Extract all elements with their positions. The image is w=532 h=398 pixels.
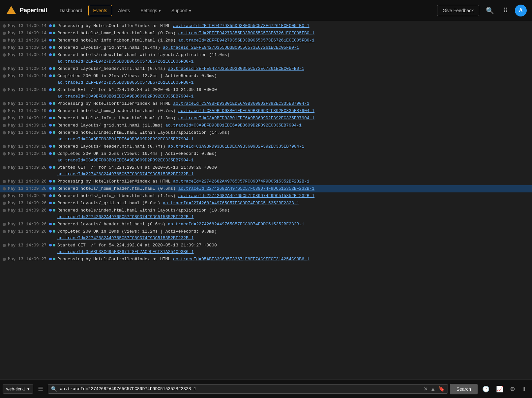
log-dot bbox=[49, 145, 52, 148]
log-dot bbox=[53, 258, 55, 260]
log-content: Processing by HotelsController#index as … bbox=[57, 100, 529, 107]
chart-icon: 📈 bbox=[496, 385, 503, 393]
nav-dashboard[interactable]: Dashboard bbox=[55, 5, 87, 16]
clear-search-button[interactable]: ✕ bbox=[424, 386, 428, 392]
log-line[interactable]: May 13 14:09:27Processing by HotelsContr… bbox=[0, 256, 532, 263]
log-content: Started GET "/" for 54.224.192.84 at 202… bbox=[57, 87, 529, 100]
chart-button[interactable]: 📈 bbox=[493, 384, 506, 395]
log-dot bbox=[49, 24, 52, 27]
log-dot bbox=[49, 117, 52, 119]
trace-id-link[interactable]: ao.traceId=22742682A49765C57FC89D74F9DC5… bbox=[57, 236, 193, 241]
nav-events[interactable]: Events bbox=[88, 5, 112, 16]
trace-id-link[interactable]: ao.traceId=2EFFE9427D355DD3B0055C573E672… bbox=[178, 38, 314, 43]
bookmark-button[interactable]: 🔖 bbox=[438, 386, 445, 392]
time-button[interactable]: 🕐 bbox=[480, 384, 492, 395]
log-line[interactable]: May 13 14:09:26Started GET "/" for 54.22… bbox=[0, 164, 532, 178]
log-line[interactable]: May 13 14:09:26Rendered hotels/_info_rib… bbox=[0, 192, 532, 200]
apps-grid-button[interactable]: ⠿ bbox=[501, 5, 511, 16]
log-dot bbox=[49, 166, 52, 169]
log-line[interactable]: May 13 14:09:19Started GET "/" for 54.22… bbox=[0, 86, 532, 100]
log-line[interactable]: May 13 14:09:26Rendered hotels/index.htm… bbox=[0, 207, 532, 221]
avatar[interactable]: A bbox=[515, 5, 527, 16]
trace-id-link[interactable]: ao.traceId=22742682A49765C57FC89D74F9DC5… bbox=[178, 193, 314, 198]
log-dot bbox=[53, 32, 55, 34]
log-line[interactable]: May 13 14:09:19Rendered hotels/_home_hea… bbox=[0, 107, 532, 115]
trace-id-link[interactable]: ao.traceId=22742682A49765C57FC89D74F9DC5… bbox=[168, 222, 304, 227]
trace-id-link[interactable]: ao.traceId=22742682A49765C57FC89D74F9DC5… bbox=[178, 186, 314, 191]
log-dots-group bbox=[49, 66, 55, 70]
log-timestamp: May 13 14:09:14 bbox=[8, 23, 46, 29]
trace-id-link[interactable]: ao.traceId=C3A9BFD93B01EDE6A9B3609D2F392… bbox=[57, 137, 193, 142]
trace-id-link[interactable]: ao.traceId=C3A9BFD93B01EDE6A9B3609D2F392… bbox=[57, 94, 193, 99]
log-status-dot bbox=[3, 88, 6, 92]
log-line[interactable]: May 13 14:09:14Processing by HotelsContr… bbox=[0, 22, 532, 30]
server-selector[interactable]: web-tier-1 ▾ bbox=[3, 384, 33, 394]
search-button[interactable]: 🔍 bbox=[483, 5, 497, 16]
trace-id-link[interactable]: ao.traceId=C3A9BFD93B01EDE6A9B3609D2F392… bbox=[178, 108, 314, 113]
nav-settings[interactable]: Settings ▾ bbox=[136, 5, 165, 16]
log-status-dot bbox=[3, 74, 6, 78]
log-line[interactable]: May 13 14:09:14Completed 200 OK in 21ms … bbox=[0, 72, 532, 86]
trace-id-link[interactable]: ao.traceId=C3A9BFD93B01EDE6A9B3609D2F392… bbox=[173, 101, 309, 106]
log-dot bbox=[53, 194, 55, 197]
log-line[interactable]: May 13 14:09:19Completed 200 OK in 25ms … bbox=[0, 150, 532, 164]
log-dot bbox=[49, 152, 52, 155]
trace-id-link[interactable]: ao.traceId=2EFFE9427D355DD3B0055C573E672… bbox=[57, 59, 193, 64]
trace-id-link[interactable]: ao.traceId=2EFFE9427D355DD3B0055C573E672… bbox=[168, 66, 304, 71]
menu-button[interactable]: ☰ bbox=[35, 384, 46, 395]
log-line[interactable]: May 13 14:09:14Rendered layouts/_grid.ht… bbox=[0, 44, 532, 51]
log-line[interactable]: May 13 14:09:19Rendered layouts/_header.… bbox=[0, 143, 532, 150]
log-line[interactable]: May 13 14:09:19Rendered layouts/_grid.ht… bbox=[0, 122, 532, 129]
log-timestamp: May 13 14:09:19 bbox=[8, 100, 46, 107]
log-area: May 13 14:09:14Processing by HotelsContr… bbox=[0, 21, 532, 380]
log-line[interactable]: May 13 14:09:26Completed 200 OK in 20ms … bbox=[0, 228, 532, 242]
nav-support[interactable]: Support ▾ bbox=[167, 5, 196, 16]
trace-id-link[interactable]: ao.traceId=2EFFE9427D355DD3B0055C573E672… bbox=[178, 31, 314, 36]
log-line[interactable]: May 13 14:09:14Rendered hotels/index.htm… bbox=[0, 51, 532, 65]
settings-chevron-icon: ▾ bbox=[159, 8, 161, 13]
log-timestamp: May 13 14:09:19 bbox=[8, 129, 46, 136]
log-dot bbox=[53, 124, 55, 127]
trace-id-link[interactable]: ao.traceId=2EFFE9427D355DD3B0055C573E672… bbox=[163, 45, 299, 50]
log-dot bbox=[53, 131, 55, 134]
log-line[interactable]: May 13 14:09:14Rendered layouts/_header.… bbox=[0, 65, 532, 72]
search-input[interactable] bbox=[60, 384, 421, 393]
trace-id-link[interactable]: ao.traceId=C3A9BFD93B01EDE6A9B3609D2F392… bbox=[57, 158, 193, 163]
prev-search-button[interactable]: ▲ bbox=[430, 386, 436, 392]
log-line[interactable]: May 13 14:09:14Rendered hotels/_info_rib… bbox=[0, 37, 532, 44]
log-line[interactable]: May 13 14:09:26Processing by HotelsContr… bbox=[0, 178, 532, 185]
settings-cog-button[interactable]: ⚙ bbox=[507, 384, 518, 395]
trace-id-link[interactable]: ao.traceId=22742682A49765C57FC89D74F9DC5… bbox=[57, 172, 193, 177]
log-status-dot bbox=[3, 131, 6, 134]
log-line[interactable]: May 13 14:09:27Started GET "/" for 54.22… bbox=[0, 242, 532, 256]
log-timestamp: May 13 14:09:14 bbox=[8, 30, 46, 37]
trace-id-link[interactable]: ao.traceId=22742682A49765C57FC89D74F9DC5… bbox=[163, 201, 299, 206]
trace-id-link[interactable]: ao.traceId=05ABF33C695E33671F8EF7AC9FECF… bbox=[57, 249, 193, 254]
nav-alerts[interactable]: Alerts bbox=[113, 5, 134, 16]
trace-id-link[interactable]: ao.traceId=22742682A49765C57FC89D74F9DC5… bbox=[57, 214, 193, 219]
log-line[interactable]: May 13 14:09:26Rendered hotels/_home_hea… bbox=[0, 185, 532, 192]
trace-id-link[interactable]: ao.traceId=2EFFE9427D355DD3B0055C573E672… bbox=[173, 23, 309, 28]
search-submit-button[interactable]: Search bbox=[450, 384, 478, 394]
feedback-button[interactable]: Give Feedback bbox=[437, 5, 479, 16]
log-line[interactable]: May 13 14:09:19Rendered hotels/index.htm… bbox=[0, 129, 532, 143]
expand-button[interactable]: ⬇ bbox=[519, 384, 529, 395]
logo-area[interactable]: Papertrail bbox=[5, 5, 47, 16]
trace-id-link[interactable]: ao.traceId=05ABF33C695E33671F8EF7AC9FECF… bbox=[173, 257, 309, 262]
trace-id-link[interactable]: ao.traceId=2EFFE9427D355DD3B0055C573E672… bbox=[57, 80, 193, 85]
trace-id-link[interactable]: ao.traceId=C3A9BFD93B01EDE6A9B3609D2F392… bbox=[168, 144, 304, 149]
log-content: Rendered hotels/index.html.haml within l… bbox=[57, 207, 529, 220]
log-line[interactable]: May 13 14:09:26Rendered layouts/_grid.ht… bbox=[0, 200, 532, 207]
trace-id-link[interactable]: ao.traceId=22742682A49765C57FC89D74F9DC5… bbox=[173, 179, 309, 184]
log-dot bbox=[49, 244, 52, 246]
log-line[interactable]: May 13 14:09:26Rendered layouts/_header.… bbox=[0, 221, 532, 228]
log-dots-group bbox=[49, 23, 55, 27]
log-timestamp: May 13 14:09:14 bbox=[8, 66, 46, 72]
log-line[interactable]: May 13 14:09:19Rendered hotels/_info_rib… bbox=[0, 115, 532, 122]
trace-id-link[interactable]: ao.traceId=C3A9BFD93B01EDE6A9B3609D2F392… bbox=[165, 123, 302, 128]
trace-id-link[interactable]: ao.traceId=C3A9BFD93B01EDE6A9B3609D2F392… bbox=[178, 116, 314, 121]
log-line[interactable]: May 13 14:09:14Rendered hotels/_home_hea… bbox=[0, 30, 532, 37]
bottom-right-icons: 🕐 📈 ⚙ ⬇ bbox=[480, 384, 529, 395]
log-content: Started GET "/" for 54.224.192.84 at 202… bbox=[57, 164, 529, 178]
log-line[interactable]: May 13 14:09:19Processing by HotelsContr… bbox=[0, 100, 532, 107]
